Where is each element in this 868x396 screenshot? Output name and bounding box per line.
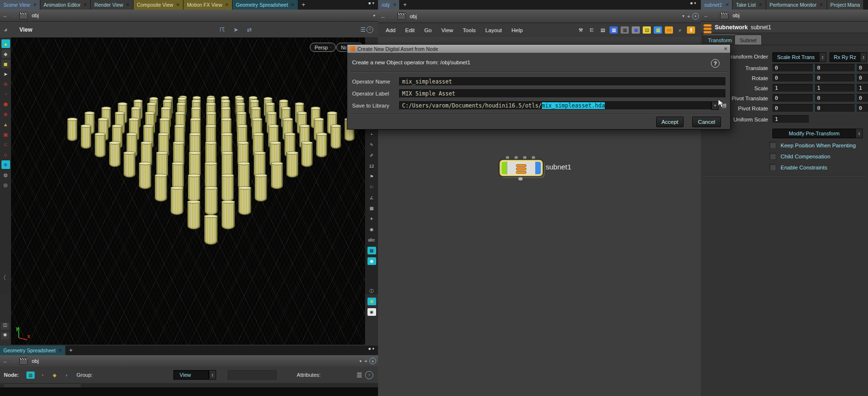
pane-expand-icon[interactable]: ◢ xyxy=(4,27,7,32)
checkbox-icon[interactable] xyxy=(769,153,776,160)
pattern-icon[interactable]: ▩ xyxy=(367,204,376,212)
tab-performance-monitor[interactable]: Performance Monitor✕ xyxy=(766,0,827,10)
param-field[interactable]: 0 xyxy=(814,64,855,72)
close-icon[interactable]: ✕ xyxy=(59,348,62,353)
tab-composite-view[interactable]: Composite View✕ xyxy=(134,0,183,10)
save-to-library-input[interactable]: C:/Users/varom/Documents/houdini16.5/otl… xyxy=(399,101,711,110)
close-icon[interactable]: ✕ xyxy=(176,2,180,7)
close-icon[interactable]: ✕ xyxy=(819,2,823,7)
transform-order-dropdown[interactable]: Scale Rot Trans xyxy=(772,52,819,62)
param-field[interactable]: 0 xyxy=(772,94,813,102)
new-tab-button[interactable]: + xyxy=(66,346,76,355)
diamond-badge-icon[interactable]: ◆ xyxy=(50,372,59,379)
geometry-node-icon[interactable]: ▦ xyxy=(26,372,35,379)
display-options-icon[interactable]: ☰ xyxy=(360,26,366,33)
tab-animation-editor[interactable]: Animation Editor✕ xyxy=(40,0,91,10)
param-field[interactable]: 1 xyxy=(772,84,813,92)
select-arrow-icon[interactable]: ➤ xyxy=(1,70,10,78)
menu-circle-icon[interactable]: ◉ xyxy=(367,226,376,233)
node-output-dot[interactable] xyxy=(518,177,523,180)
magnet-small-icon[interactable]: ⊂ xyxy=(1,140,10,149)
jump-up-icon[interactable]: ⬆ xyxy=(687,26,695,34)
frame-number-icon[interactable]: 12 xyxy=(367,162,376,170)
tab-geometry-spreadsheet[interactable]: Geometry Spreadsheet✕ xyxy=(232,0,298,10)
flag-b-icon[interactable]: ⚐ xyxy=(367,183,376,191)
close-icon[interactable]: ✕ xyxy=(225,2,229,7)
tab-geometry-spreadsheet-bottom[interactable]: Geometry Spreadsheet✕ xyxy=(0,346,66,355)
param-field[interactable]: 0 xyxy=(814,94,855,102)
viewport-3d[interactable]: Persp· No cam y x y x xyxy=(11,37,365,345)
close-icon[interactable]: ✕ xyxy=(126,2,130,7)
handles-tool-icon[interactable]: ✥ xyxy=(1,160,10,169)
fan-icon[interactable]: ✈ xyxy=(367,215,376,223)
tab-obj-network[interactable]: /obj✕ xyxy=(378,0,400,10)
modify-pretransform-dropdown[interactable]: Modify Pre-Transform xyxy=(772,129,856,138)
folder-icon[interactable]: ▭ xyxy=(665,26,673,34)
tools-icon[interactable]: ⚒ xyxy=(576,26,585,34)
menu-edit[interactable]: Edit xyxy=(400,27,419,33)
menu-go[interactable]: Go xyxy=(419,27,436,33)
save-icon[interactable]: ▣ xyxy=(632,26,640,34)
pin-icon[interactable]: + xyxy=(687,13,690,19)
new-tab-button[interactable]: + xyxy=(298,0,308,10)
menu-help[interactable]: Help xyxy=(507,27,528,33)
help-icon[interactable]: ? xyxy=(367,26,373,33)
param-field[interactable]: 0 xyxy=(772,74,813,82)
tab-project-manager[interactable]: Project Mana xyxy=(827,0,864,10)
close-icon[interactable]: ✕ xyxy=(758,2,762,7)
location-pin-icon[interactable]: ◉ xyxy=(367,257,376,265)
info-icon[interactable]: ⓘ xyxy=(367,287,376,295)
snap-tool-icon[interactable]: ◎ xyxy=(1,180,10,189)
accept-button[interactable]: Accept xyxy=(656,117,684,127)
path-field[interactable]: obj xyxy=(731,12,866,18)
diamond-tool-icon[interactable]: ◆ xyxy=(1,49,10,58)
param-field[interactable]: 0 xyxy=(856,64,868,72)
move-tool-icon[interactable]: ✣ xyxy=(1,80,10,88)
view-select-icon[interactable]: ➤ xyxy=(233,26,238,33)
param-field[interactable]: 0 xyxy=(814,74,855,82)
operator-name[interactable]: subnet1 xyxy=(751,24,771,31)
node-input-dots[interactable] xyxy=(506,156,535,159)
node-display-flag[interactable] xyxy=(501,162,507,174)
transform-order-spinner[interactable]: ▴▾ xyxy=(819,52,826,62)
node-subnet1[interactable] xyxy=(500,160,543,176)
shader-badge-icon[interactable]: ◗ xyxy=(62,372,71,379)
close-icon[interactable]: ✕ xyxy=(291,2,295,7)
view-snap-icon[interactable]: ⇄ xyxy=(247,26,252,33)
magnet-large-icon[interactable]: ∪ xyxy=(1,150,10,159)
dot-badge-icon[interactable]: • xyxy=(38,372,47,379)
menu-layout[interactable]: Layout xyxy=(480,27,507,33)
dot-icon[interactable]: • xyxy=(367,131,376,138)
view-dropdown[interactable]: View xyxy=(173,370,209,380)
pane-menu-icon[interactable]: ■▾ xyxy=(690,1,696,5)
help-icon[interactable]: ? xyxy=(711,59,720,68)
param-field[interactable]: 1 xyxy=(856,84,868,92)
view-orbit-icon[interactable]: ☈ xyxy=(220,26,225,33)
path-field[interactable]: obj xyxy=(408,13,681,19)
back-icon[interactable]: ← xyxy=(2,12,9,18)
view-tool-icon[interactable]: ◍ xyxy=(1,170,10,179)
tab-take-list[interactable]: Take List✕ xyxy=(733,0,766,10)
rotate-order-dropdown[interactable]: Rx Ry Rz xyxy=(830,52,860,62)
path-dropdown-icon[interactable]: ▾ xyxy=(683,14,685,18)
link-icon[interactable]: ● xyxy=(369,358,376,364)
spacer[interactable] xyxy=(367,268,376,284)
pose-tool-icon[interactable]: ✻ xyxy=(1,110,10,119)
tab-render-view[interactable]: Render View✕ xyxy=(91,0,133,10)
param-field[interactable]: 0 xyxy=(814,104,855,112)
operator-label-input[interactable]: MIX Simple Asset xyxy=(399,89,725,98)
grid-plain-icon[interactable]: ▦ xyxy=(621,26,629,34)
back-icon[interactable]: ← xyxy=(380,13,387,19)
viewport-eye-icon[interactable]: ◉ xyxy=(1,332,9,339)
checkbox-enable-constraints[interactable]: Enable Constraints xyxy=(769,164,827,171)
path-field[interactable]: obj xyxy=(30,358,358,364)
link-icon[interactable]: ● xyxy=(692,13,699,20)
checkbox-keep-position[interactable]: Keep Position When Parenting xyxy=(769,142,856,149)
pen-icon[interactable]: ✐ xyxy=(367,152,376,159)
param-field[interactable]: 0 xyxy=(772,64,813,72)
persp-view-button[interactable]: Persp· xyxy=(310,43,336,52)
list-view-icon[interactable]: ▤ xyxy=(599,26,607,34)
param-tab-subnet[interactable]: Subnet xyxy=(734,35,762,45)
menu-add[interactable]: Add xyxy=(381,27,400,33)
uniform-scale-field[interactable]: 1 xyxy=(772,115,809,123)
